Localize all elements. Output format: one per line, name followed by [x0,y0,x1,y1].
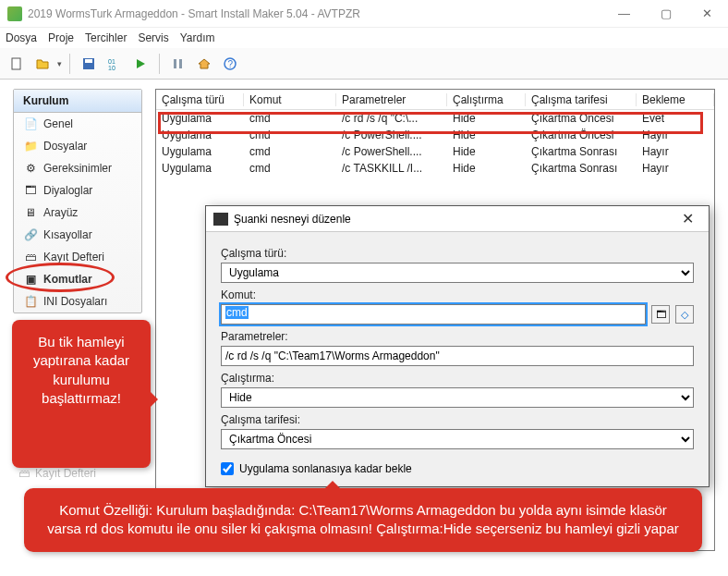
sidebar-item-genel[interactable]: 📄Genel [14,113,141,135]
faded-sidebar-item: 🗃Kayıt Defteri [18,467,96,480]
save-icon[interactable] [78,53,100,75]
registry-icon: 🗃 [23,250,38,264]
dialog-close-button[interactable]: ✕ [673,210,701,227]
menu-dosya[interactable]: Dosya [6,31,37,44]
terminal-icon: ▣ [23,272,38,287]
table-row[interactable]: Uygulamacmd/c PowerShell....HideÇıkartma… [156,127,714,143]
label-command: Komut: [221,288,694,301]
sidebar-item-kisayollar[interactable]: 🔗Kısayollar [14,224,141,246]
svg-rect-0 [12,58,20,69]
sidebar-item-kayit-defteri[interactable]: 🗃Kayıt Defteri [14,246,141,268]
col-wait[interactable]: Bekleme [637,93,714,106]
col-schedule[interactable]: Çalışma tarifesi [526,93,637,106]
callout-bottom: Komut Özelliği: Kurulum başladığında: C:… [24,488,702,552]
folder-icon: 📁 [23,139,38,153]
select-runtype[interactable]: Uygulama [221,263,694,283]
window-title: 2019 WormsTurk Armageddon - Smart Instal… [28,7,603,20]
script-button[interactable]: ◇ [675,305,694,324]
sidebar-label: Komutlar [43,273,92,286]
table-row[interactable]: Uygulamacmd/c rd /s /q "C:\...HideÇıkart… [156,110,714,127]
svg-rect-2 [85,59,92,63]
sidebar-item-gereksinimler[interactable]: ⚙Gereksinimler [14,157,141,179]
edit-object-dialog: Şuanki nesneyi düzenle ✕ Çalışma türü: U… [205,205,710,487]
sidebar-label: Kayıt Defteri [43,251,104,263]
menu-yardim[interactable]: Yardım [180,31,215,44]
input-command[interactable]: cmd [221,304,646,325]
sidebar-label: INI Dosyaları [43,295,107,308]
sidebar-label: Genel [43,117,73,130]
dialog-icon: 🗔 [23,183,38,198]
col-run[interactable]: Çalıştırma [447,93,526,106]
sidebar-header: Kurulum [14,90,141,113]
title-bar: 2019 WormsTurk Armageddon - Smart Instal… [0,0,728,28]
svg-text:01: 01 [108,58,115,65]
monitor-icon: 🖥 [23,205,38,220]
label-params: Parametreler: [221,330,694,343]
label-runtype: Çalışma türü: [221,247,694,260]
svg-rect-6 [179,59,182,68]
sidebar-item-ini[interactable]: 📋INI Dosyaları [14,290,141,313]
run-icon[interactable] [129,53,152,75]
svg-text:?: ? [228,59,234,69]
sidebar-label: Arayüz [43,206,78,219]
page-icon: 📄 [23,116,38,131]
sidebar-item-arayuz[interactable]: 🖥Arayüz [14,202,141,224]
label-run: Çalıştırma: [221,372,694,385]
menu-servis[interactable]: Servis [138,31,168,44]
input-params[interactable] [221,346,694,366]
close-button[interactable]: ✕ [686,1,728,27]
col-runtype[interactable]: Çalışma türü [156,93,244,106]
table-row[interactable]: Uygulamacmd/c TASKKILL /I...HideÇıkartma… [156,160,714,177]
svg-rect-5 [174,59,176,68]
callout-left: Bu tik hamleyi yaptırana kadar kurulumu … [12,320,151,468]
help-icon[interactable]: ? [219,53,241,75]
menu-bar: Dosya Proje Tercihler Servis Yardım [0,28,728,48]
sidebar-label: Diyaloglar [43,184,92,197]
table-row[interactable]: Uygulamacmd/c PowerShell....HideÇıkartma… [156,143,714,160]
select-schedule[interactable]: Çıkartma Öncesi [221,429,694,449]
open-folder-icon[interactable] [31,53,54,75]
col-params[interactable]: Parametreler [336,93,447,106]
label-schedule: Çalışma tarifesi: [221,413,694,426]
browse-button[interactable]: 🗔 [651,305,670,324]
table-header-row: Çalışma türü Komut Parametreler Çalıştır… [156,90,714,110]
save-binary-icon[interactable]: 0110 [103,53,126,75]
ini-icon: 📋 [23,294,38,309]
checkbox-wait[interactable] [221,462,234,475]
dialog-icon [213,213,228,226]
svg-text:10: 10 [108,65,115,71]
select-run[interactable]: Hide [221,387,694,408]
sidebar-label: Kısayollar [43,228,92,241]
shortcut-icon: 🔗 [23,227,38,242]
col-command[interactable]: Komut [244,93,336,106]
menu-proje[interactable]: Proje [48,31,74,44]
menu-tercihler[interactable]: Tercihler [85,31,127,44]
sidebar-label: Gereksinimler [43,162,112,175]
sidebar-label: Dosyalar [43,140,87,153]
toolbar: ▾ 0110 ? [0,48,728,80]
app-icon [7,6,22,21]
home-icon[interactable] [193,53,215,75]
sidebar-item-dosyalar[interactable]: 📁Dosyalar [14,135,141,157]
dialog-title: Şuanki nesneyi düzenle [234,213,673,226]
tools-icon[interactable] [167,53,189,75]
minimize-button[interactable]: — [603,1,645,27]
new-file-icon[interactable] [6,53,28,75]
gear-icon: ⚙ [23,161,38,176]
maximize-button[interactable]: ▢ [645,1,686,27]
sidebar-item-komutlar[interactable]: ▣Komutlar [14,268,141,290]
sidebar-item-diyaloglar[interactable]: 🗔Diyaloglar [14,179,141,202]
